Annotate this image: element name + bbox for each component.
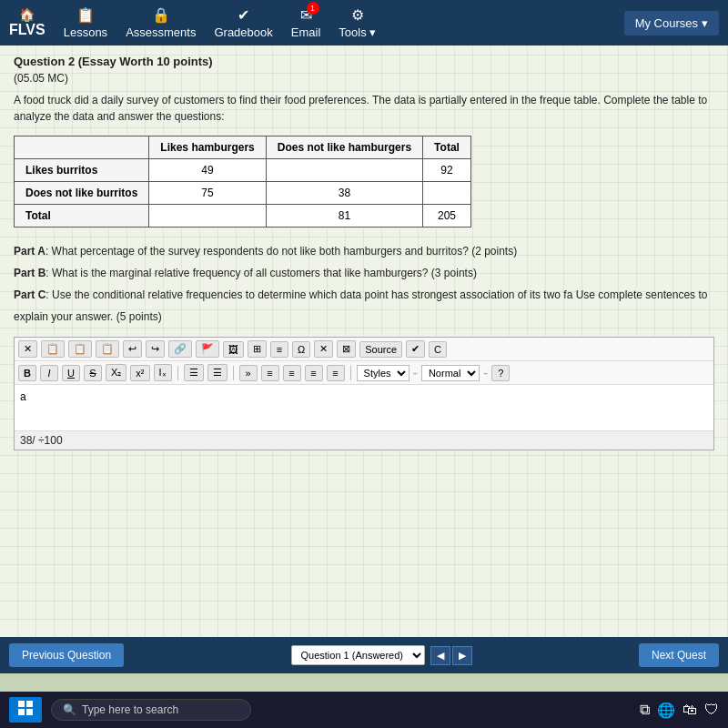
taskbar-system-icons: ⧉ 🌐 🛍 🛡 [640,702,719,719]
separator [177,366,178,380]
lessons-nav[interactable]: 📋 Lessons [64,6,107,39]
email-badge-container: ✉ 1 [300,6,312,24]
source-button[interactable]: Source [359,341,402,358]
strikethrough-button[interactable]: S [84,365,102,381]
italic-button[interactable]: I [40,365,58,381]
store-icon[interactable]: 🛍 [682,702,697,718]
editor-content[interactable]: a [15,385,713,430]
clear-button[interactable]: C [429,341,447,358]
clear-format-button[interactable]: Iₓ [154,364,172,381]
find-button[interactable]: ⊠ [337,340,356,358]
next-arrow-button[interactable]: ▶ [452,646,472,665]
styles-dropdown[interactable]: Styles [357,365,410,381]
undo-button[interactable]: ↩ [123,340,142,358]
row-label-likes-burritos: Likes burritos [15,159,149,182]
table-header-empty [15,136,149,159]
svg-rect-3 [26,709,33,715]
question-text: A food truck did a daily survey of custo… [14,92,714,125]
format-dropdown[interactable]: Normal [421,365,480,381]
windows-search-bar[interactable]: 🔍 Type here to search [51,699,251,721]
cell-grand-total: 205 [423,205,471,228]
omega-button[interactable]: Ω [292,341,310,358]
part-c-text: Part C: Use the conditional relative fre… [14,284,714,328]
copy-button[interactable]: 📋 [41,340,65,358]
help-button[interactable]: ? [491,365,510,381]
separator2 [233,366,234,380]
gradebook-nav[interactable]: ✔ Gradebook [214,6,272,39]
cell-likes-burritos-not-hamburgers [266,159,422,182]
align-left-button[interactable]: ≡ [261,365,279,381]
email-badge: 1 [307,2,319,15]
security-icon[interactable]: 🛡 [704,702,719,718]
ordered-list-button[interactable]: ☰ [207,364,228,381]
underline-button[interactable]: U [62,365,80,381]
my-courses-chevron-icon: ▾ [702,16,708,30]
question-dropdown[interactable]: Question 1 (Answered) [291,645,425,665]
table-header-likes-hamburgers: Likes hamburgers [149,136,266,159]
search-placeholder: Type here to search [82,703,178,716]
text-editor: ✕ 📋 📋 📋 ↩ ↪ 🔗 🚩 🖼 ⊞ ≡ Ω ✕ ⊠ Source ✔ C B… [14,337,714,450]
browser-icon[interactable]: 🌐 [657,702,675,719]
cut-button[interactable]: ✕ [18,340,37,358]
remove-button[interactable]: ✕ [314,340,333,358]
my-courses-button[interactable]: My Courses ▾ [624,11,719,35]
bottom-navigation-bar: Previous Question Question 1 (Answered) … [0,637,728,673]
windows-taskbar: 🔍 Type here to search ⧉ 🌐 🛍 🛡 [0,692,728,728]
check-button[interactable]: ✔ [406,340,425,358]
part-a-text: Part A: What percentage of the survey re… [14,240,714,262]
editor-toolbar-row2: B I U S X₂ x² Iₓ ☰ ☰ » ≡ ≡ ≡ ≡ Styles - … [15,361,713,385]
tools-nav[interactable]: ⚙ Tools ▾ [339,6,376,39]
part-b-label: Part B [14,267,46,279]
my-courses-label: My Courses [635,16,698,30]
previous-question-button[interactable]: Previous Question [9,643,124,667]
subscript-button[interactable]: X₂ [106,364,126,381]
windows-start-button[interactable] [9,697,42,723]
nav-arrows: ◀ ▶ [430,646,472,665]
editor-text: a [20,390,26,403]
part-c-content: : Use the conditional relative frequenci… [14,288,707,323]
home-icon: 🏠 [19,7,35,22]
question-header: Question 2 (Essay Worth 10 points) [14,55,714,68]
separator3 [350,366,351,380]
main-content: Question 2 (Essay Worth 10 points) (05.0… [0,46,728,637]
formula-line: 38/ ÷100 [15,430,713,450]
tools-label: Tools ▾ [339,25,376,39]
next-question-button[interactable]: Next Quest [639,643,719,667]
lessons-label: Lessons [64,25,107,39]
cell-likes-both: 49 [149,159,266,182]
question-selector: Question 1 (Answered) ◀ ▶ [291,645,472,665]
tools-icon: ⚙ [351,6,364,24]
cell-hamburgers-total [149,205,266,228]
redo-button[interactable]: ↪ [146,340,165,358]
svg-rect-2 [18,709,25,715]
assessments-nav[interactable]: 🔒 Assessments [126,6,196,39]
task-view-icon[interactable]: ⧉ [640,702,650,718]
align-center-button[interactable]: ≡ [283,365,301,381]
paste-button[interactable]: 📋 [68,340,92,358]
part-b-text: Part B: What is the marginal relative fr… [14,262,714,284]
unordered-list-button[interactable]: ☰ [184,364,204,381]
hr-button[interactable]: ≡ [270,341,288,358]
image-button[interactable]: 🖼 [223,341,244,358]
table-header-total: Total [423,136,471,159]
superscript-button[interactable]: x² [130,365,149,381]
cell-hamburgers-not-burritos: 75 [149,182,266,205]
separator5: - [483,365,488,381]
blockquote-button[interactable]: » [239,365,258,381]
email-nav[interactable]: ✉ 1 Email [291,6,321,39]
align-right-button[interactable]: ≡ [305,365,323,381]
separator4: - [413,365,418,381]
bold-button[interactable]: B [18,365,36,381]
paste-plain-button[interactable]: 📋 [96,340,119,358]
lessons-icon: 📋 [76,6,95,24]
part-a-content: : What percentage of the survey responde… [46,245,517,258]
link-button[interactable]: 🔗 [168,340,192,358]
flvs-logo[interactable]: 🏠 FLVS [9,7,46,38]
search-icon: 🔍 [63,703,76,716]
parts-section: Part A: What percentage of the survey re… [14,240,714,328]
prev-arrow-button[interactable]: ◀ [430,646,450,665]
flag-button[interactable]: 🚩 [196,340,219,358]
justify-button[interactable]: ≡ [327,365,345,381]
table-button[interactable]: ⊞ [248,340,267,358]
email-label: Email [291,25,321,39]
